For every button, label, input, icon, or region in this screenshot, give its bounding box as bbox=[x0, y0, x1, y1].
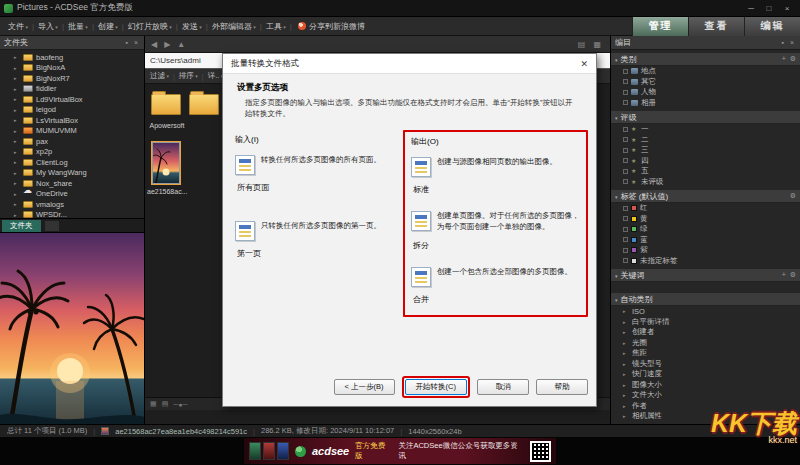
help-button[interactable]: 帮助 bbox=[536, 379, 588, 395]
menu-external-editor[interactable]: 外部编辑器 bbox=[208, 21, 260, 32]
checkbox[interactable] bbox=[623, 137, 628, 142]
section-ratings[interactable]: 评级 bbox=[611, 111, 800, 124]
label-item[interactable]: 蓝 bbox=[611, 235, 800, 246]
dialog-close-button[interactable]: ✕ bbox=[580, 59, 588, 69]
rating-item[interactable]: 四 bbox=[611, 156, 800, 167]
collapse-icon[interactable] bbox=[615, 113, 618, 122]
auto-category-item[interactable]: 创建者 bbox=[611, 327, 800, 338]
zoom-icon[interactable]: ─●─ bbox=[173, 401, 187, 408]
folder-tree-item[interactable]: ClientLog bbox=[0, 157, 144, 168]
label-item[interactable]: 红 bbox=[611, 203, 800, 214]
menu-slideshow[interactable]: 幻灯片放映 bbox=[124, 21, 176, 32]
expand-icon[interactable] bbox=[623, 350, 629, 356]
option-name[interactable]: 合并 bbox=[413, 294, 580, 305]
expand-icon[interactable] bbox=[623, 413, 629, 419]
add-icon[interactable] bbox=[782, 271, 786, 279]
catalog-item[interactable]: 地点 bbox=[611, 66, 800, 77]
option-name[interactable]: 拆分 bbox=[413, 240, 580, 251]
option-name[interactable]: 第一页 bbox=[237, 248, 393, 259]
folder-tree-item[interactable]: WPSDr... bbox=[0, 210, 144, 219]
rating-item[interactable]: 五 bbox=[611, 166, 800, 177]
folder-thumbnail[interactable] bbox=[151, 94, 181, 115]
auto-category-item[interactable]: 焦距 bbox=[611, 348, 800, 359]
folder-tree-item[interactable]: Nox_share bbox=[0, 178, 144, 189]
detail-dropdown[interactable]: 详.. bbox=[208, 71, 224, 81]
folder-tree-item[interactable]: xp2p bbox=[0, 147, 144, 158]
collapse-icon[interactable] bbox=[615, 55, 618, 64]
share-weibo-button[interactable]: 分享到新浪微博 bbox=[298, 21, 365, 32]
label-item[interactable]: 绿 bbox=[611, 224, 800, 235]
collapse-icon[interactable] bbox=[615, 271, 618, 280]
gear-icon[interactable] bbox=[790, 271, 796, 279]
checkbox[interactable] bbox=[623, 79, 628, 84]
folder-tree-item[interactable]: leigod bbox=[0, 105, 144, 116]
checkbox[interactable] bbox=[623, 169, 628, 174]
option-first-page[interactable]: 只转换任何所选多页图像的第一页。 第一页 bbox=[235, 221, 393, 259]
menu-file[interactable]: 文件 bbox=[4, 21, 32, 32]
checkbox[interactable] bbox=[623, 148, 628, 153]
expand-icon[interactable] bbox=[14, 170, 20, 176]
deselect-icon[interactable]: ▤ bbox=[162, 400, 169, 408]
tab-view[interactable]: 查看 bbox=[688, 17, 744, 36]
auto-category-item[interactable]: 光圈 bbox=[611, 338, 800, 349]
expand-icon[interactable] bbox=[623, 340, 629, 346]
folder-tree-item[interactable]: Ld9VirtualBox bbox=[0, 94, 144, 105]
expand-icon[interactable] bbox=[14, 128, 20, 134]
option-all-pages[interactable]: 转换任何所选多页图像的所有页面。 所有页面 bbox=[235, 155, 393, 193]
folder-tree-item[interactable]: LsVirtualBox bbox=[0, 115, 144, 126]
checkbox[interactable] bbox=[623, 179, 628, 184]
back-icon[interactable]: ◀ bbox=[151, 40, 157, 49]
ad-banner[interactable]: acdsee 官方免费版 关注ACDSee微信公众号获取更多资讯 bbox=[244, 438, 556, 464]
auto-category-item[interactable]: ISO bbox=[611, 306, 800, 317]
checkbox[interactable] bbox=[623, 127, 628, 132]
expand-icon[interactable] bbox=[14, 201, 20, 207]
maximize-button[interactable]: □ bbox=[760, 4, 778, 13]
menu-import[interactable]: 导入 bbox=[34, 21, 62, 32]
section-categories[interactable]: 类别 bbox=[611, 53, 800, 66]
catalog-item[interactable]: 其它 bbox=[611, 77, 800, 88]
label-item[interactable]: 紫 bbox=[611, 245, 800, 256]
tab-manage[interactable]: 管理 bbox=[632, 17, 688, 36]
expand-icon[interactable] bbox=[14, 86, 20, 92]
gear-icon[interactable] bbox=[790, 192, 796, 200]
folder-thumbnail[interactable] bbox=[189, 94, 219, 115]
expand-icon[interactable] bbox=[14, 149, 20, 155]
checkbox[interactable] bbox=[623, 69, 628, 74]
menu-create[interactable]: 创建 bbox=[94, 21, 122, 32]
auto-category-item[interactable]: 文件大小 bbox=[611, 390, 800, 401]
expand-icon[interactable] bbox=[14, 138, 20, 144]
cancel-button[interactable]: 取消 bbox=[477, 379, 529, 395]
back-button[interactable]: < 上一步(B) bbox=[334, 379, 395, 395]
auto-category-item[interactable]: 镜头型号 bbox=[611, 359, 800, 370]
folder-tree-item[interactable]: BigNoxA bbox=[0, 63, 144, 74]
rating-item[interactable]: 三 bbox=[611, 145, 800, 156]
up-icon[interactable]: ▲ bbox=[177, 40, 185, 49]
add-icon[interactable] bbox=[782, 55, 786, 63]
option-name[interactable]: 标准 bbox=[413, 184, 580, 195]
checkbox[interactable] bbox=[623, 158, 628, 163]
expand-icon[interactable] bbox=[623, 361, 629, 367]
expand-icon[interactable] bbox=[623, 392, 629, 398]
checkbox[interactable] bbox=[623, 258, 628, 263]
menu-batch[interactable]: 批量 bbox=[64, 21, 92, 32]
panel-pin-icon[interactable]: ▪ × bbox=[125, 39, 140, 46]
expand-icon[interactable] bbox=[14, 159, 20, 165]
view-mode-icons[interactable]: ▤ ▦ bbox=[578, 40, 604, 49]
checkbox[interactable] bbox=[623, 206, 628, 211]
checkbox[interactable] bbox=[623, 100, 628, 105]
section-auto-categories[interactable]: 自动类别 bbox=[611, 293, 800, 306]
tab-folders-pane[interactable]: 文件夹 bbox=[2, 220, 41, 232]
folder-tree-item[interactable]: BigNoxR7 bbox=[0, 73, 144, 84]
start-convert-button[interactable]: 开始转换(C) bbox=[405, 379, 467, 395]
image-thumbnail[interactable] bbox=[152, 142, 180, 184]
option-split[interactable]: 创建单页图像。对于任何所选的多页图像，为每个页面创建一个单独的图像。 拆分 bbox=[411, 211, 580, 251]
expand-icon[interactable] bbox=[14, 107, 20, 113]
option-standard[interactable]: 创建与源图像相同页数的输出图像。 标准 bbox=[411, 157, 580, 195]
pane-tab-icon[interactable] bbox=[45, 221, 59, 231]
folder-tree-item[interactable]: My WangWang bbox=[0, 168, 144, 179]
expand-icon[interactable] bbox=[623, 403, 629, 409]
menu-tools[interactable]: 工具 bbox=[262, 21, 290, 32]
collapse-icon[interactable] bbox=[615, 295, 618, 304]
label-item[interactable]: 未指定标签 bbox=[611, 256, 800, 267]
rating-item[interactable]: 未评级 bbox=[611, 177, 800, 188]
